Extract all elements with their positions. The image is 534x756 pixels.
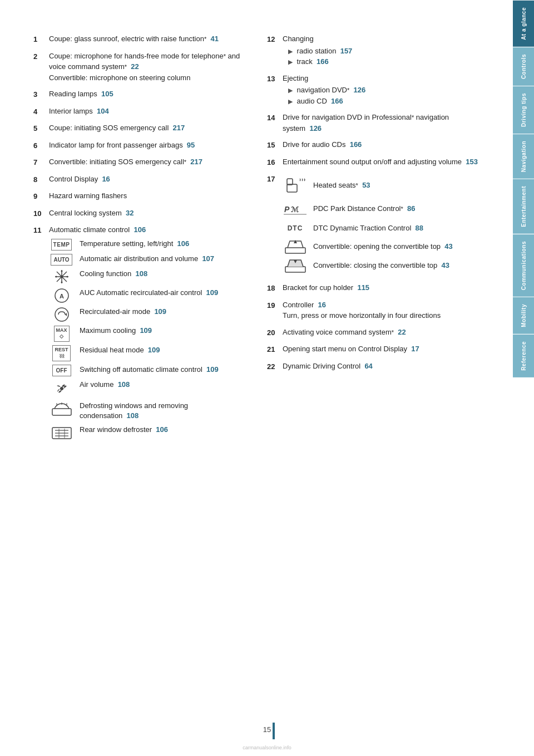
climate-item-air-volume: Air volume 108 [49,380,245,397]
item-number: 21 [267,343,283,355]
heated-seats-item: Heated seats* 53 [283,176,485,194]
climate-item-auto: AUTO Automatic air distribution and volu… [49,254,245,266]
list-item: 1 Coupe: glass sunroof, electric with ra… [33,33,245,45]
svg-text:A: A [60,293,64,300]
item-number: 7 [33,156,49,168]
pdc-icon: P ℳ [283,200,308,218]
tab-navigation[interactable]: Navigation [513,134,534,179]
svg-point-7 [55,276,57,277]
pdc-text: PDC Park Distance Control* 86 [313,204,485,214]
item-number: 4 [33,106,49,117]
rear-defrost-icon [49,425,74,441]
climate-item-text: Cooling function 108 [80,269,245,279]
dtc-icon: DTC [283,223,308,233]
list-item: 22 Dynamic Driving Control 64 [267,361,485,372]
climate-item-text: Rear window defroster 106 [80,425,245,435]
svg-point-13 [60,387,63,390]
item-content: Opening start menu on Control Display 17 [283,343,485,355]
climate-item-text: Residual heat mode 109 [80,345,245,355]
svg-point-4 [60,275,63,278]
svg-rect-29 [285,248,305,253]
climate-item-max: MAX ◇ Maximum cooling 109 [49,326,245,342]
list-item: 10 Central locking system 32 [33,208,245,219]
list-item: 11 Automatic climate control 106 TEMP [33,224,245,445]
watermark: carmanualsonline.info [243,745,291,750]
list-item: 3 Reading lamps 105 [33,89,245,100]
item-content: Hazard warning flashers [49,190,245,202]
tab-driving-tips[interactable]: Driving tips [513,86,534,134]
item-number: 12 [267,33,283,67]
list-item: 9 Hazard warning flashers [33,190,245,202]
climate-item-text: Switching off automatic climate control … [80,365,245,375]
list-item: 17 [267,173,485,277]
climate-item-text: Temperature setting, left/right 106 [80,239,245,249]
max-icon: MAX ◇ [49,326,74,342]
climate-item-text: Defrosting windows and removing condensa… [80,401,245,421]
auc-icon: A [49,288,74,303]
page-bar [273,723,275,739]
svg-point-8 [66,276,68,277]
item-number: 17 [267,173,283,277]
open-top-text: Convertible: opening the convertible top… [313,242,485,252]
list-item: 20 Activating voice command system* 22 [267,327,485,338]
item-content: Activating voice command system* 22 [283,327,485,338]
svg-rect-24 [287,184,297,192]
tab-reference[interactable]: Reference [513,334,534,377]
item-number: 6 [33,140,49,151]
rest-icon: REST ⌇⌇⌇ [49,345,74,361]
item-number: 11 [33,224,49,445]
item-content: Indicator lamp for front passenger airba… [49,140,245,151]
item-number: 9 [33,190,49,202]
tab-at-a-glance[interactable]: At a glance [513,0,534,47]
heated-seat-icon [283,176,308,194]
item-content: Drive for audio CDs 166 [283,139,485,151]
svg-point-5 [61,270,62,272]
item-content: Dynamic Driving Control 64 [283,361,485,372]
item-number: 10 [33,208,49,219]
close-top-item: Convertible: closing the convertible top… [283,258,485,273]
sidebar-tabs: At a glance Controls Driving tips Naviga… [513,0,534,756]
climate-item-defrost-front: Defrosting windows and removing condensa… [49,401,245,421]
special-sub-items: Heated seats* 53 P ℳ [283,176,485,273]
item-content: Entertainment sound output on/off and ad… [283,156,485,168]
item-number: 22 [267,361,283,372]
climate-item-off: OFF Switching off automatic climate cont… [49,365,245,376]
fan-icon [49,380,74,397]
item-content: Heated seats* 53 P ℳ [283,173,485,277]
climate-item-auc: A AUC Automatic recirculated-air control… [49,288,245,303]
item-content: Coupe: glass sunroof, electric with rais… [49,33,245,45]
tab-mobility[interactable]: Mobility [513,297,534,334]
climate-item-temp: TEMP Temperature setting, left/right 106 [49,239,245,251]
list-item: 6 Indicator lamp for front passenger air… [33,140,245,151]
item-content: Central locking system 32 [49,208,245,219]
list-item: 4 Interior lamps 104 [33,106,245,117]
svg-text:ℳ: ℳ [291,205,299,214]
tab-communications[interactable]: Communications [513,234,534,297]
item-number: 16 [267,156,283,168]
tab-controls[interactable]: Controls [513,47,534,86]
item-content: Interior lamps 104 [49,106,245,117]
item-number: 8 [33,174,49,185]
close-top-text: Convertible: closing the convertible top… [313,261,485,271]
svg-rect-14 [52,409,71,415]
page-wrapper: 1 Coupe: glass sunroof, electric with ra… [0,0,534,756]
list-item: 2 Coupe: microphone for hands-free mode … [33,51,245,84]
right-column: 12 Changing ▶ radio station 157 ▶ track … [267,33,485,450]
list-item: 8 Control Display 16 [33,174,245,185]
item-content: Convertible: initiating SOS emergency ca… [49,156,245,168]
pdc-item: P ℳ PDC Park Distance Control* 86 [283,200,485,218]
climate-item-text: AUC Automatic recirculated-air control 1… [80,288,245,298]
item-content: Coupe: initiating SOS emergency call 217 [49,122,245,134]
svg-marker-30 [294,240,297,243]
list-item: 13 Ejecting ▶ navigation DVD* 126 ▶ audi… [267,73,485,107]
item-content: Controller 16 Turn, press or move horizo… [283,300,485,321]
item-content: Drive for navigation DVD in Professional… [283,112,485,134]
tab-entertainment[interactable]: Entertainment [513,179,534,234]
list-item: 15 Drive for audio CDs 166 [267,139,485,151]
item-content: Control Display 16 [49,174,245,185]
svg-text:P: P [284,205,290,214]
item-content: Automatic climate control 106 TEMP Tempe… [49,224,245,445]
item-number: 3 [33,89,49,100]
columns-layout: 1 Coupe: glass sunroof, electric with ra… [33,33,485,450]
climate-item-cooling: Cooling function 108 [49,269,245,284]
